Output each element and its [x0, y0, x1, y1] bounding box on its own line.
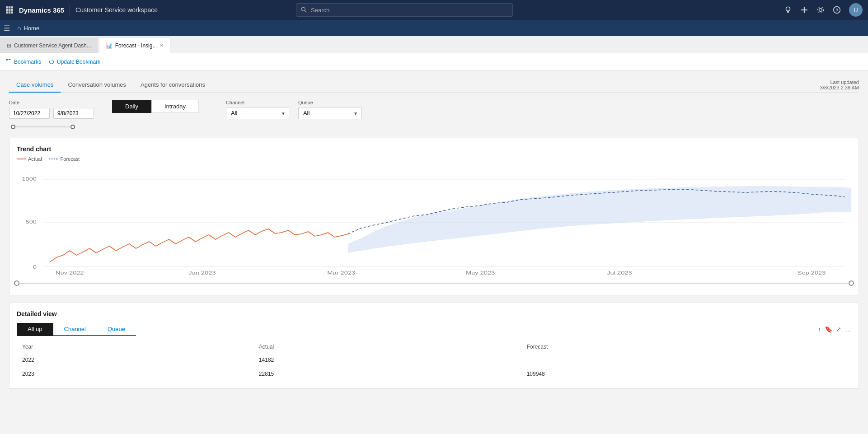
svg-rect-1 [9, 6, 11, 9]
tab-forecast[interactable]: 📊 Forecast - Insig... ✕ [99, 37, 171, 53]
view-toggle-group: Daily Intraday [112, 100, 199, 113]
range-slider-left[interactable] [14, 280, 19, 286]
update-bookmark-button[interactable]: Update Bookmark [48, 59, 100, 65]
slider-right-handle[interactable] [70, 125, 75, 129]
svg-rect-13 [787, 12, 788, 13]
detail-view-icons: ↑ 🔖 ⤢ … [818, 326, 851, 333]
main-content: Case volumes Conversation volumes Agents… [0, 70, 868, 434]
detail-tab-queue[interactable]: Queue [97, 323, 136, 336]
nav-actions: ? U [784, 3, 863, 17]
settings-icon[interactable] [816, 6, 825, 14]
svg-text:1000: 1000 [22, 177, 37, 182]
cell-year-2022: 2022 [17, 353, 253, 367]
slider-line [13, 126, 73, 127]
daily-toggle-button[interactable]: Daily [112, 100, 151, 113]
help-icon[interactable]: ? [833, 6, 841, 14]
actual-legend-label: Actual [28, 156, 42, 162]
queue-dropdown-wrapper: Queue All ▼ [298, 100, 361, 119]
svg-point-11 [786, 7, 790, 11]
table-row-2023: 2023 22815 109948 [17, 367, 851, 381]
refresh-icon [48, 59, 55, 65]
tab-close-button[interactable]: ✕ [160, 42, 164, 48]
svg-point-9 [301, 7, 305, 11]
chart-tab-icon: 📊 [106, 42, 113, 49]
date-start-input[interactable] [9, 108, 50, 119]
date-end-input[interactable] [53, 108, 94, 119]
intraday-toggle-button[interactable]: Intraday [151, 100, 199, 113]
svg-rect-7 [9, 11, 11, 14]
tabs-bar: ⊞ Customer Service Agent Dash... 📊 Forec… [0, 36, 868, 53]
section-tabs-row: Case volumes Conversation volumes Agents… [9, 78, 859, 93]
bookmarks-label: Bookmarks [14, 59, 41, 65]
bookmark-small-icon[interactable]: 🔖 [825, 326, 832, 333]
channel-queue-dropdowns: Channel All ▼ Queue All ▼ [226, 100, 361, 119]
svg-text:May 2023: May 2023 [466, 271, 495, 275]
last-updated-value: 3/8/2023 2:38 AM [820, 85, 859, 90]
trend-chart-title: Trend chart [17, 145, 851, 153]
actual-legend-line [17, 159, 26, 159]
slider-left-handle[interactable] [11, 125, 15, 129]
svg-line-10 [305, 10, 306, 12]
cell-actual-2023: 22815 [253, 367, 521, 381]
apps-menu-button[interactable] [5, 6, 14, 14]
svg-rect-6 [6, 11, 8, 14]
svg-text:Jul 2023: Jul 2023 [607, 271, 632, 275]
range-track [17, 283, 851, 284]
channel-dropdown-wrapper: Channel All ▼ [226, 100, 289, 119]
chart-range-slider[interactable] [17, 279, 851, 288]
svg-rect-5 [11, 9, 13, 11]
svg-rect-8 [11, 11, 13, 14]
home-bar: ☰ ⌂ Home [0, 20, 868, 36]
add-icon[interactable] [800, 6, 808, 14]
date-range-slider[interactable] [9, 123, 77, 131]
bookmarks-icon [5, 59, 12, 65]
workspace-label: Customer Service workspace [75, 6, 158, 14]
svg-text:0: 0 [33, 265, 37, 270]
search-bar[interactable]: Search [296, 3, 513, 17]
svg-text:Sep 2023: Sep 2023 [798, 271, 826, 275]
date-filter-group: Date [9, 100, 94, 131]
home-icon: ⌂ [17, 24, 21, 32]
detailed-view-card: Detailed view All up Channel Queue ↑ 🔖 ⤢… [9, 303, 859, 389]
tab-conversation-volumes[interactable]: Conversation volumes [61, 78, 133, 93]
forecast-legend-label: Forecast [61, 156, 80, 162]
svg-text:Jan 2023: Jan 2023 [188, 271, 216, 275]
channel-dropdown-container: All ▼ [226, 107, 289, 119]
channel-label: Channel [226, 100, 289, 105]
svg-point-17 [817, 7, 824, 13]
svg-marker-23 [49, 61, 51, 62]
sort-asc-icon[interactable]: ↑ [818, 326, 821, 333]
range-slider-right[interactable] [849, 280, 854, 286]
detail-tab-channel[interactable]: Channel [53, 323, 97, 336]
col-forecast: Forecast [521, 341, 851, 353]
table-row-2022: 2022 14182 [17, 353, 851, 367]
cell-year-2023: 2023 [17, 367, 253, 381]
svg-rect-3 [6, 9, 8, 11]
bookmarks-button[interactable]: Bookmarks [5, 59, 41, 65]
queue-dropdown-container: All ▼ [298, 107, 361, 119]
tab-agents-for-conversations[interactable]: Agents for conversations [133, 78, 212, 93]
nav-divider [70, 5, 70, 15]
last-updated: Last updated 3/8/2023 2:38 AM [820, 79, 859, 90]
tab-label-forecast: Forecast - Insig... [115, 42, 157, 49]
tab-case-volumes[interactable]: Case volumes [9, 78, 61, 93]
user-avatar[interactable]: U [849, 3, 863, 17]
more-options-icon[interactable]: … [845, 326, 851, 333]
home-label: Home [23, 25, 39, 32]
legend-actual: Actual [17, 156, 42, 162]
cell-forecast-2022 [521, 353, 851, 367]
lightbulb-icon[interactable] [784, 6, 792, 14]
detail-tab-allup[interactable]: All up [17, 323, 53, 336]
detailed-view-title: Detailed view [17, 310, 851, 317]
tab-customer-service-dash[interactable]: ⊞ Customer Service Agent Dash... [0, 37, 98, 53]
channel-select[interactable]: All [226, 107, 289, 119]
expand-icon[interactable]: ⤢ [836, 326, 841, 333]
dashboard-tab-icon: ⊞ [7, 42, 11, 49]
chart-legend: Actual Forecast [17, 156, 851, 162]
update-bookmark-label: Update Bookmark [57, 59, 100, 65]
home-button[interactable]: ⌂ Home [14, 23, 43, 33]
search-placeholder: Search [311, 7, 329, 14]
svg-rect-12 [787, 11, 789, 12]
queue-select[interactable]: All [298, 107, 361, 119]
hamburger-menu[interactable]: ☰ [4, 24, 10, 33]
